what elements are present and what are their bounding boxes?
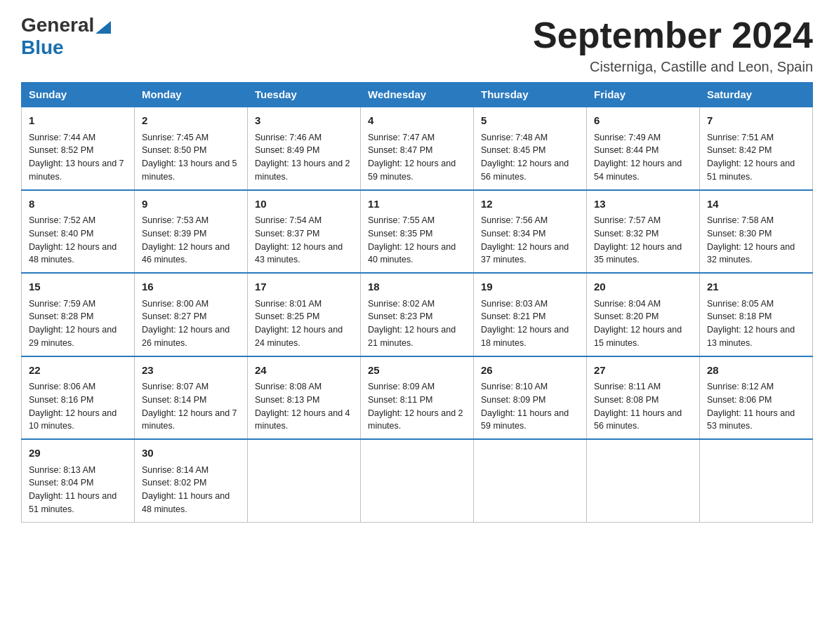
- table-row: 12 Sunrise: 7:56 AMSunset: 8:34 PMDaylig…: [474, 190, 587, 274]
- location-subtitle: Cisterniga, Castille and Leon, Spain: [533, 59, 813, 75]
- day-number: 7: [707, 113, 805, 129]
- day-number: 12: [481, 196, 579, 213]
- day-info: Sunrise: 8:14 AMSunset: 8:02 PMDaylight:…: [142, 464, 240, 516]
- day-info: Sunrise: 8:11 AMSunset: 8:08 PMDaylight:…: [594, 380, 692, 433]
- week-row-1: 1 Sunrise: 7:44 AMSunset: 8:52 PMDayligh…: [22, 107, 813, 190]
- table-row: 17 Sunrise: 8:01 AMSunset: 8:25 PMDaylig…: [248, 273, 361, 356]
- day-info: Sunrise: 7:44 AMSunset: 8:52 PMDaylight:…: [29, 131, 127, 184]
- header-sunday: Sunday: [22, 83, 135, 107]
- day-number: 19: [481, 279, 579, 295]
- table-row: 19 Sunrise: 8:03 AMSunset: 8:21 PMDaylig…: [474, 273, 587, 356]
- table-row: 25 Sunrise: 8:09 AMSunset: 8:11 PMDaylig…: [361, 356, 474, 440]
- table-row: [361, 439, 474, 522]
- day-number: 21: [707, 279, 805, 295]
- day-info: Sunrise: 7:55 AMSunset: 8:35 PMDaylight:…: [368, 214, 466, 267]
- table-row: 1 Sunrise: 7:44 AMSunset: 8:52 PMDayligh…: [22, 107, 135, 190]
- table-row: 29 Sunrise: 8:13 AMSunset: 8:04 PMDaylig…: [22, 439, 135, 522]
- logo: General Blue: [21, 14, 111, 59]
- table-row: 4 Sunrise: 7:47 AMSunset: 8:47 PMDayligh…: [361, 107, 474, 190]
- table-row: 7 Sunrise: 7:51 AMSunset: 8:42 PMDayligh…: [700, 107, 813, 190]
- day-info: Sunrise: 7:59 AMSunset: 8:28 PMDaylight:…: [29, 297, 127, 350]
- header-tuesday: Tuesday: [248, 83, 361, 107]
- day-number: 3: [255, 113, 353, 129]
- day-info: Sunrise: 7:51 AMSunset: 8:42 PMDaylight:…: [707, 131, 805, 184]
- day-number: 5: [481, 113, 579, 129]
- day-number: 6: [594, 113, 692, 129]
- day-number: 20: [594, 279, 692, 295]
- day-number: 29: [29, 445, 127, 462]
- header-monday: Monday: [135, 83, 248, 107]
- day-info: Sunrise: 7:57 AMSunset: 8:32 PMDaylight:…: [594, 214, 692, 267]
- day-number: 30: [142, 445, 240, 462]
- day-number: 27: [594, 363, 692, 379]
- table-row: 14 Sunrise: 7:58 AMSunset: 8:30 PMDaylig…: [700, 190, 813, 274]
- day-info: Sunrise: 7:45 AMSunset: 8:50 PMDaylight:…: [142, 131, 240, 184]
- week-row-3: 15 Sunrise: 7:59 AMSunset: 8:28 PMDaylig…: [22, 273, 813, 356]
- table-row: 28 Sunrise: 8:12 AMSunset: 8:06 PMDaylig…: [700, 356, 813, 440]
- day-info: Sunrise: 7:49 AMSunset: 8:44 PMDaylight:…: [594, 131, 692, 184]
- weekday-header-row: Sunday Monday Tuesday Wednesday Thursday…: [22, 83, 813, 107]
- day-number: 10: [255, 196, 353, 213]
- day-info: Sunrise: 8:03 AMSunset: 8:21 PMDaylight:…: [481, 297, 579, 350]
- week-row-4: 22 Sunrise: 8:06 AMSunset: 8:16 PMDaylig…: [22, 356, 813, 440]
- day-info: Sunrise: 8:07 AMSunset: 8:14 PMDaylight:…: [142, 380, 240, 433]
- table-row: 30 Sunrise: 8:14 AMSunset: 8:02 PMDaylig…: [135, 439, 248, 522]
- day-info: Sunrise: 8:13 AMSunset: 8:04 PMDaylight:…: [29, 464, 127, 516]
- svg-marker-0: [95, 21, 111, 34]
- week-row-2: 8 Sunrise: 7:52 AMSunset: 8:40 PMDayligh…: [22, 190, 813, 274]
- day-info: Sunrise: 8:06 AMSunset: 8:16 PMDaylight:…: [29, 380, 127, 433]
- month-title: September 2024: [533, 14, 813, 56]
- table-row: 20 Sunrise: 8:04 AMSunset: 8:20 PMDaylig…: [587, 273, 700, 356]
- day-number: 15: [29, 279, 127, 295]
- header-saturday: Saturday: [700, 83, 813, 107]
- day-number: 14: [707, 196, 805, 213]
- day-info: Sunrise: 8:10 AMSunset: 8:09 PMDaylight:…: [481, 380, 579, 433]
- header-wednesday: Wednesday: [361, 83, 474, 107]
- day-number: 13: [594, 196, 692, 213]
- logo-general: General: [21, 14, 94, 36]
- day-number: 18: [368, 279, 466, 295]
- day-info: Sunrise: 8:00 AMSunset: 8:27 PMDaylight:…: [142, 297, 240, 350]
- day-info: Sunrise: 7:58 AMSunset: 8:30 PMDaylight:…: [707, 214, 805, 267]
- table-row: [700, 439, 813, 522]
- header-friday: Friday: [587, 83, 700, 107]
- table-row: [474, 439, 587, 522]
- day-info: Sunrise: 7:48 AMSunset: 8:45 PMDaylight:…: [481, 131, 579, 184]
- day-info: Sunrise: 8:01 AMSunset: 8:25 PMDaylight:…: [255, 297, 353, 350]
- table-row: 2 Sunrise: 7:45 AMSunset: 8:50 PMDayligh…: [135, 107, 248, 190]
- day-info: Sunrise: 8:05 AMSunset: 8:18 PMDaylight:…: [707, 297, 805, 350]
- day-info: Sunrise: 8:08 AMSunset: 8:13 PMDaylight:…: [255, 380, 353, 433]
- day-info: Sunrise: 7:54 AMSunset: 8:37 PMDaylight:…: [255, 214, 353, 267]
- table-row: 16 Sunrise: 8:00 AMSunset: 8:27 PMDaylig…: [135, 273, 248, 356]
- day-info: Sunrise: 7:46 AMSunset: 8:49 PMDaylight:…: [255, 131, 353, 184]
- day-number: 23: [142, 363, 240, 379]
- table-row: 18 Sunrise: 8:02 AMSunset: 8:23 PMDaylig…: [361, 273, 474, 356]
- day-number: 17: [255, 279, 353, 295]
- table-row: 22 Sunrise: 8:06 AMSunset: 8:16 PMDaylig…: [22, 356, 135, 440]
- day-info: Sunrise: 8:12 AMSunset: 8:06 PMDaylight:…: [707, 380, 805, 433]
- table-row: 3 Sunrise: 7:46 AMSunset: 8:49 PMDayligh…: [248, 107, 361, 190]
- table-row: 13 Sunrise: 7:57 AMSunset: 8:32 PMDaylig…: [587, 190, 700, 274]
- table-row: 24 Sunrise: 8:08 AMSunset: 8:13 PMDaylig…: [248, 356, 361, 440]
- table-row: 15 Sunrise: 7:59 AMSunset: 8:28 PMDaylig…: [22, 273, 135, 356]
- title-section: September 2024 Cisterniga, Castille and …: [533, 14, 813, 75]
- table-row: 9 Sunrise: 7:53 AMSunset: 8:39 PMDayligh…: [135, 190, 248, 274]
- table-row: 8 Sunrise: 7:52 AMSunset: 8:40 PMDayligh…: [22, 190, 135, 274]
- day-info: Sunrise: 8:09 AMSunset: 8:11 PMDaylight:…: [368, 380, 466, 433]
- page-header: General Blue September 2024 Cisterniga, …: [21, 14, 813, 75]
- day-info: Sunrise: 7:56 AMSunset: 8:34 PMDaylight:…: [481, 214, 579, 267]
- calendar-table: Sunday Monday Tuesday Wednesday Thursday…: [21, 82, 813, 523]
- day-number: 8: [29, 196, 127, 213]
- logo-triangle-icon: [95, 18, 111, 34]
- day-number: 26: [481, 363, 579, 379]
- day-info: Sunrise: 7:53 AMSunset: 8:39 PMDaylight:…: [142, 214, 240, 267]
- day-number: 24: [255, 363, 353, 379]
- table-row: 21 Sunrise: 8:05 AMSunset: 8:18 PMDaylig…: [700, 273, 813, 356]
- day-number: 4: [368, 113, 466, 129]
- day-number: 16: [142, 279, 240, 295]
- table-row: 11 Sunrise: 7:55 AMSunset: 8:35 PMDaylig…: [361, 190, 474, 274]
- week-row-5: 29 Sunrise: 8:13 AMSunset: 8:04 PMDaylig…: [22, 439, 813, 522]
- day-info: Sunrise: 7:47 AMSunset: 8:47 PMDaylight:…: [368, 131, 466, 184]
- day-info: Sunrise: 7:52 AMSunset: 8:40 PMDaylight:…: [29, 214, 127, 267]
- table-row: 23 Sunrise: 8:07 AMSunset: 8:14 PMDaylig…: [135, 356, 248, 440]
